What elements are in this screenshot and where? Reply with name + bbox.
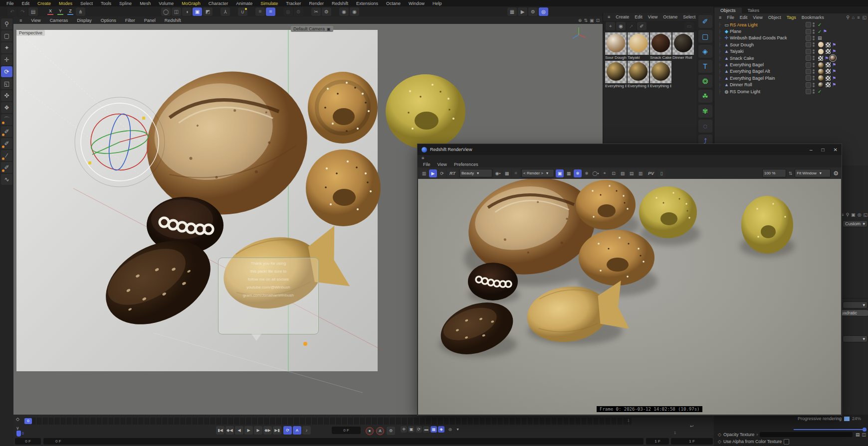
- key-pla-icon[interactable]: ▦: [431, 426, 437, 433]
- redo-icon[interactable]: ↷: [18, 7, 27, 16]
- material-snack-cake[interactable]: Snack Cake: [650, 32, 671, 60]
- material-everything-b[interactable]: Everything B: [628, 61, 649, 88]
- material-thumbnail[interactable]: [628, 32, 649, 55]
- material-tag-icon[interactable]: [830, 55, 836, 61]
- menu-create[interactable]: Create: [34, 1, 54, 6]
- object-mode-icon[interactable]: ▣: [193, 7, 202, 16]
- lock-render-icon[interactable]: ▣: [556, 169, 564, 177]
- mode-select[interactable]: ▾: [843, 335, 868, 342]
- animation-mode-icon[interactable]: ◩: [203, 7, 213, 16]
- menu-spline[interactable]: Spline: [116, 1, 135, 6]
- menu-simulate[interactable]: Simulate: [257, 1, 281, 6]
- phong-tag-icon[interactable]: ⚑: [832, 42, 836, 47]
- timeline-playhead[interactable]: 0: [24, 418, 32, 424]
- popout-icon[interactable]: ◱: [862, 15, 867, 20]
- zoom-level-field[interactable]: 100 %: [762, 169, 786, 177]
- progress-slider[interactable]: [794, 429, 865, 430]
- menu-octane[interactable]: Octane: [383, 1, 404, 6]
- bucket-grid-icon[interactable]: ▦: [565, 169, 573, 177]
- attr-popout-icon[interactable]: ◱: [863, 212, 868, 217]
- material-everything-b[interactable]: Everything B: [605, 61, 627, 88]
- object-row-everything-bagel[interactable]: ├▲Everything Bagel⚑: [714, 61, 868, 68]
- viewport-menu-filter[interactable]: Filter: [121, 18, 139, 23]
- viewport-menu-redshift[interactable]: Redshift: [161, 18, 185, 23]
- mirror-icon[interactable]: ✂: [311, 7, 321, 16]
- layer-box[interactable]: [806, 29, 811, 34]
- visibility-dots[interactable]: [813, 63, 815, 67]
- viewport-menu-view[interactable]: View: [27, 18, 44, 23]
- vp-pin-icon[interactable]: ⊕: [578, 18, 582, 23]
- menu-edit[interactable]: Edit: [18, 1, 33, 6]
- axis-lock-x[interactable]: X: [46, 8, 54, 15]
- menu-extensions[interactable]: Extensions: [353, 1, 382, 6]
- vp-swap-icon[interactable]: ⇅: [584, 18, 588, 23]
- menu-tracker[interactable]: Tracker: [282, 1, 304, 6]
- diagnostics-icon[interactable]: ▨: [619, 169, 627, 177]
- menu-modes[interactable]: Modes: [55, 1, 76, 6]
- axis-lock-z[interactable]: Z: [66, 8, 74, 15]
- render-pv-icon[interactable]: ▶: [518, 7, 527, 16]
- eyedropper-icon[interactable]: ✐: [637, 22, 647, 30]
- material-ball-icon[interactable]: ◉: [616, 22, 626, 30]
- object-row-plane[interactable]: ├◆Plane✓⚑: [714, 28, 868, 34]
- end-frame-field-1[interactable]: 1 F: [646, 438, 669, 445]
- axis-modify-icon[interactable]: ❖: [1, 102, 12, 113]
- play-button[interactable]: ▶: [244, 426, 253, 435]
- layer-box[interactable]: [806, 75, 811, 81]
- axis-lock-icon[interactable]: ◉: [339, 7, 349, 16]
- layer-box[interactable]: [806, 82, 811, 88]
- start-frame-field[interactable]: 0 F: [15, 438, 41, 445]
- enabled-check-icon[interactable]: ✓: [818, 22, 822, 27]
- menu-tools[interactable]: Tools: [97, 1, 115, 6]
- attr-arrow-icon[interactable]: ›: [756, 432, 758, 437]
- snapshot-a-icon[interactable]: ❄: [574, 169, 582, 177]
- save-image-plus-icon[interactable]: ▥: [637, 169, 645, 177]
- live-selection-icon[interactable]: ▢: [1, 30, 12, 41]
- uvw-tag-icon[interactable]: [825, 68, 831, 74]
- material-dinner-roll[interactable]: Dinner Roll: [672, 32, 694, 60]
- pixel-grid-icon[interactable]: ▩: [503, 169, 511, 177]
- subdivision-surface-icon[interactable]: ❂: [698, 75, 712, 88]
- material-tag-icon[interactable]: [818, 62, 824, 68]
- phong-tag-icon[interactable]: ⚑: [832, 62, 836, 67]
- region-pick-icon[interactable]: ⊡: [610, 169, 618, 177]
- to-pv-icon[interactable]: PV: [646, 169, 656, 177]
- key-auto-icon[interactable]: ◈: [438, 426, 444, 433]
- aov-select[interactable]: Beauty▾: [459, 169, 492, 177]
- alpha-checkbox[interactable]: [784, 439, 789, 445]
- bend-deformer-icon[interactable]: ◌: [698, 120, 712, 133]
- next-key-button[interactable]: ◆▶: [263, 426, 272, 435]
- home-icon[interactable]: ⌂: [852, 15, 855, 20]
- disabled-tool-icon[interactable]: ◎: [283, 7, 293, 16]
- attr-target-icon[interactable]: ◎: [858, 212, 862, 217]
- autokey-range-button[interactable]: A: [293, 426, 301, 435]
- model-mode-icon[interactable]: ◫: [172, 7, 181, 16]
- mirror-gear-icon[interactable]: ⚙: [322, 7, 331, 16]
- enabled-check-icon[interactable]: ✓: [818, 29, 822, 34]
- attr-lock-icon[interactable]: ▣: [851, 212, 856, 217]
- spline-arc-icon[interactable]: ✐: [1, 162, 12, 173]
- renderview-burger-icon[interactable]: ≡: [418, 155, 842, 161]
- visibility-dots[interactable]: [813, 42, 815, 47]
- visibility-dots[interactable]: [813, 36, 815, 40]
- return-icon[interactable]: ↩: [690, 424, 694, 429]
- material-thumbnail[interactable]: [628, 61, 649, 83]
- menu-mesh[interactable]: Mesh: [136, 1, 154, 6]
- renderview-titlebar[interactable]: Redshift RenderView –□✕: [418, 144, 842, 155]
- object-menu-object[interactable]: Object: [766, 15, 784, 20]
- keyframe-settings-icon[interactable]: ⚙: [387, 427, 395, 435]
- sound-button[interactable]: ♪: [302, 426, 311, 435]
- prev-key-button[interactable]: ◆◀: [225, 426, 234, 435]
- quadratic-select[interactable]: uadratic: [839, 309, 868, 316]
- texture-path-field[interactable]: [760, 432, 853, 437]
- content-browser-icon[interactable]: ▤: [28, 7, 38, 16]
- visibility-dots[interactable]: [813, 69, 815, 74]
- zoom-stepper[interactable]: ⇅: [789, 171, 793, 176]
- render-image[interactable]: Frame 0: 2026-03-12 14:02:58 (10.97s): [418, 179, 841, 415]
- axis-center-icon[interactable]: ◉: [350, 7, 359, 16]
- object-burger-icon[interactable]: ≡: [716, 15, 724, 20]
- marker-pin[interactable]: [16, 431, 21, 437]
- material-menu-edit[interactable]: Edit: [632, 14, 645, 19]
- object-menu-bookmarks[interactable]: Bookmarks: [799, 15, 827, 20]
- character-tools-icon[interactable]: ⅄: [220, 7, 230, 16]
